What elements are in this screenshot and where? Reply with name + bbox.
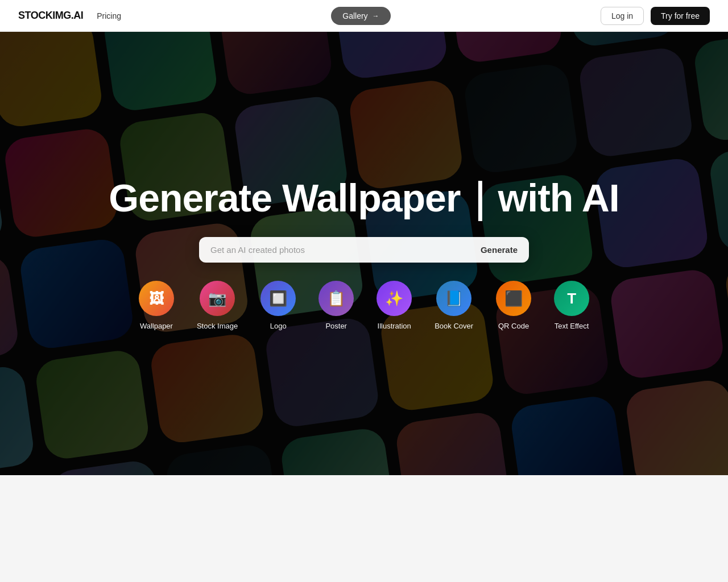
category-item-illustration[interactable]: ✨Illustration xyxy=(377,281,412,330)
hero-title: Generate Wallpaper｜with AI xyxy=(109,177,619,219)
generate-button[interactable]: Generate xyxy=(469,237,529,263)
hero-content: Generate Wallpaper｜with AI Generate 🖼Wal… xyxy=(0,32,728,475)
poster-icon: 📋 xyxy=(318,281,354,316)
site-logo: STOCKIMG.AI xyxy=(18,10,83,22)
wallpaper-icon: 🖼 xyxy=(139,281,174,316)
illustration-icon: ✨ xyxy=(377,281,412,316)
pricing-link[interactable]: Pricing xyxy=(97,11,121,20)
category-item-qr-code[interactable]: ⬛QR Code xyxy=(496,281,531,330)
text-effect-icon: T xyxy=(554,281,589,316)
navbar-center: Gallery → xyxy=(121,7,601,25)
illustration-label: Illustration xyxy=(378,322,411,330)
categories-row: 🖼Wallpaper📷Stock Image🔲Logo📋Poster✨Illus… xyxy=(139,281,589,330)
search-bar: Generate xyxy=(199,237,529,263)
category-item-text-effect[interactable]: TText Effect xyxy=(554,281,589,330)
hero-title-text: Generate Wallpaper｜with AI xyxy=(109,176,619,219)
category-item-wallpaper[interactable]: 🖼Wallpaper xyxy=(139,281,174,330)
try-free-button[interactable]: Try for free xyxy=(651,7,710,25)
navbar-right: Log in Try for free xyxy=(601,7,710,25)
search-input[interactable] xyxy=(199,237,469,263)
qr-code-icon: ⬛ xyxy=(496,281,531,316)
gallery-label: Gallery xyxy=(342,11,367,20)
book-cover-label: Book Cover xyxy=(435,322,473,330)
category-item-logo[interactable]: 🔲Logo xyxy=(260,281,296,330)
logo-icon: 🔲 xyxy=(260,281,296,316)
text-effect-label: Text Effect xyxy=(555,322,589,330)
logo-label: Logo xyxy=(270,322,287,330)
category-item-stock-image[interactable]: 📷Stock Image xyxy=(197,281,238,330)
qr-code-label: QR Code xyxy=(498,322,529,330)
book-cover-icon: 📘 xyxy=(436,281,471,316)
poster-label: Poster xyxy=(325,322,347,330)
category-item-book-cover[interactable]: 📘Book Cover xyxy=(435,281,473,330)
below-hero xyxy=(0,475,728,571)
stock-image-label: Stock Image xyxy=(197,322,238,330)
stock-image-icon: 📷 xyxy=(200,281,235,316)
arrow-icon: → xyxy=(373,12,379,20)
hero-section: Generate Wallpaper｜with AI Generate 🖼Wal… xyxy=(0,32,728,475)
category-item-poster[interactable]: 📋Poster xyxy=(318,281,354,330)
wallpaper-label: Wallpaper xyxy=(140,322,173,330)
navbar: STOCKIMG.AI Pricing Gallery → Log in Try… xyxy=(0,0,728,32)
login-button[interactable]: Log in xyxy=(601,7,644,25)
gallery-button[interactable]: Gallery → xyxy=(331,7,390,25)
